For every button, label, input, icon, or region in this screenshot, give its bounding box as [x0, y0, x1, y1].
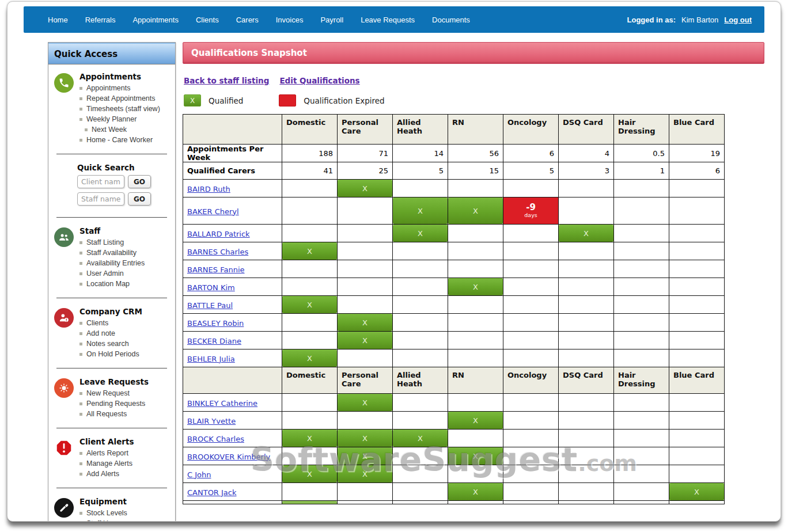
sidebar-item-appointments[interactable]: Appointments — [79, 84, 172, 92]
edit-qualifications-link[interactable]: Edit Qualifications — [279, 76, 359, 85]
staff-name-cell: BLAIR Yvette — [183, 412, 282, 430]
sidebar-item-clients[interactable]: Clients — [79, 319, 172, 327]
qualified-mark: X — [282, 296, 337, 313]
staff-link-battle-paul[interactable]: BATTLE Paul — [187, 301, 233, 310]
sidebar-item-stock-levels[interactable]: Stock Levels — [79, 509, 172, 517]
staff-link-brock-charles[interactable]: BROCK Charles — [187, 435, 244, 443]
nav-item-leave-requests[interactable]: Leave Requests — [361, 16, 415, 24]
staff-link-beasley-robin[interactable]: BEASLEY Robin — [187, 319, 244, 328]
staff-link-barton-kim[interactable]: BARTON Kim — [187, 283, 235, 292]
staff-name-cell: BEASLEY Robin — [183, 314, 282, 332]
staff-link-c-john[interactable]: C John — [187, 470, 211, 479]
qualified-cell-domestic — [282, 501, 338, 504]
bullet-icon — [79, 462, 82, 465]
column-header-personal-care: Personal Care — [338, 115, 393, 145]
bullet-icon — [79, 87, 82, 90]
client-name-input[interactable] — [77, 175, 124, 188]
staff-link-cantor-jack[interactable]: CANTOR Jack — [187, 488, 237, 497]
empty-cell-oncology — [503, 465, 559, 483]
sidebar-item-repeat-appointments[interactable]: Repeat Appointments — [79, 94, 172, 102]
crm-person-alert-icon — [54, 308, 74, 328]
empty-cell-hair-dressing — [614, 332, 669, 349]
nav-item-appointments[interactable]: Appointments — [132, 16, 179, 24]
staff-row-barnes-fannie: BARNES Fannie — [183, 260, 725, 278]
empty-cell-rn — [448, 225, 503, 242]
sidebar-item-staff-listing[interactable]: Staff Listing — [79, 238, 172, 246]
staff-name-cell: BROCK Charles — [183, 430, 282, 447]
nav-item-referrals[interactable]: Referrals — [85, 16, 116, 24]
sidebar-item-pending-requests[interactable]: Pending Requests — [79, 400, 172, 408]
empty-cell-domestic — [282, 447, 338, 465]
staff-link-brookover-kimberly[interactable]: BROOKOVER Kimberly — [187, 453, 270, 461]
sidebar-item-availability-entries[interactable]: Availability Entries — [79, 259, 172, 267]
corner-cell — [183, 367, 282, 394]
qualified-mark: X — [282, 349, 337, 367]
empty-cell-domestic — [282, 314, 338, 332]
staff-name-go-button[interactable]: GO — [128, 192, 151, 206]
sidebar-item-timesheets-staff-view[interactable]: Timesheets (staff view) — [79, 105, 172, 113]
staff-name-cell: BROOKOVER Kimberly — [183, 447, 282, 465]
column-header-dsq-card: DSQ Card — [559, 367, 614, 394]
empty-cell-rn — [448, 296, 503, 314]
sidebar-sections: AppointmentsAppointmentsRepeat Appointme… — [48, 64, 175, 522]
sidebar-item-staff-usage[interactable]: Staff Usage — [79, 519, 172, 522]
staff-link-barnes-charles[interactable]: BARNES Charles — [187, 248, 248, 256]
sidebar-item-location-map[interactable]: Location Map — [79, 280, 172, 288]
sidebar-item-new-request[interactable]: New Request — [79, 389, 172, 397]
bullet-icon — [79, 252, 82, 254]
staff-link-baird-ruth[interactable]: BAIRD Ruth — [187, 185, 230, 193]
nav-item-carers[interactable]: Carers — [236, 16, 259, 24]
column-header-rn: RN — [448, 367, 503, 394]
sidebar-item-all-requests[interactable]: All Requests — [79, 410, 172, 418]
sidebar-item-alerts-report[interactable]: Alerts Report — [79, 449, 172, 457]
nav-item-invoices[interactable]: Invoices — [276, 16, 304, 24]
nav-item-documents[interactable]: Documents — [432, 16, 470, 24]
qualified-mark: X — [338, 465, 392, 482]
empty-cell-hair-dressing — [614, 394, 669, 412]
sidebar-item-user-admin[interactable]: User Admin — [79, 269, 172, 278]
staff-link-becker-diane[interactable]: BECKER Diane — [187, 337, 241, 345]
sidebar-item-staff-availability[interactable]: Staff Availability — [79, 249, 172, 257]
sidebar-item-notes-search[interactable]: Notes search — [79, 340, 172, 348]
logout-link[interactable]: Log out — [724, 16, 752, 24]
sidebar-item-add-alerts[interactable]: Add Alerts — [79, 470, 172, 478]
appointments-phone-icon — [54, 73, 74, 93]
staff-link-binkley-catherine[interactable]: BINKLEY Catherine — [187, 399, 257, 408]
expired-swatch-icon — [279, 94, 296, 107]
sidebar-item-next-week[interactable]: Next Week — [85, 126, 172, 134]
empty-cell-domestic — [282, 332, 338, 349]
sidebar-item-on-hold-periods[interactable]: On Hold Periods — [79, 350, 172, 358]
sidebar-item-add-note[interactable]: Add note — [79, 329, 172, 337]
bullet-icon — [79, 262, 82, 265]
nav-item-home[interactable]: Home — [48, 16, 68, 24]
expired-legend-label: Qualification Expired — [304, 96, 384, 105]
staff-link-barnes-fannie[interactable]: BARNES Fannie — [187, 265, 245, 274]
staff-link-blair-yvette[interactable]: BLAIR Yvette — [187, 417, 236, 425]
nav-item-clients[interactable]: Clients — [196, 16, 219, 24]
qualified-mark: X — [282, 465, 337, 482]
empty-cell-blue-card — [669, 225, 725, 242]
sidebar-item-manage-alerts[interactable]: Manage Alerts — [79, 459, 172, 468]
back-to-staff-listing-link[interactable]: Back to staff listing — [184, 76, 269, 85]
column-header-dsq-card: DSQ Card — [559, 115, 614, 145]
top-navigation: HomeReferralsAppointmentsClientsCarersIn… — [24, 6, 764, 33]
sidebar-item-weekly-planner[interactable]: Weekly Planner — [79, 115, 172, 123]
client-name-go-button[interactable]: GO — [128, 175, 151, 188]
staff-name-input[interactable] — [77, 192, 124, 206]
sidebar-item-home-care-worker[interactable]: Home - Care Worker — [79, 136, 172, 144]
qualified-mark: X — [338, 332, 392, 349]
empty-cell-oncology — [503, 483, 559, 501]
staff-link-baker-cheryl[interactable]: BAKER Cheryl — [187, 207, 239, 216]
staff-row-baird-ruth: BAIRD RuthX — [183, 180, 725, 197]
staff-link-behler-julia[interactable]: BEHLER Julia — [187, 355, 235, 363]
empty-cell-blue-card — [669, 394, 725, 412]
staff-row-brock-charles: BROCK CharlesXXX — [183, 430, 725, 447]
empty-cell-blue-card — [669, 242, 725, 260]
qualified-cell-rn: X — [448, 447, 503, 465]
column-header-rn: RN — [448, 115, 503, 145]
staff-link-ballard-patrick[interactable]: BALLARD Patrick — [187, 230, 250, 238]
staff-row-becker-diane: BECKER DianeX — [183, 332, 725, 349]
sidebar-divider — [56, 428, 167, 428]
qualified-cell-personal-care: X — [338, 447, 393, 465]
nav-item-payroll[interactable]: Payroll — [320, 16, 343, 24]
